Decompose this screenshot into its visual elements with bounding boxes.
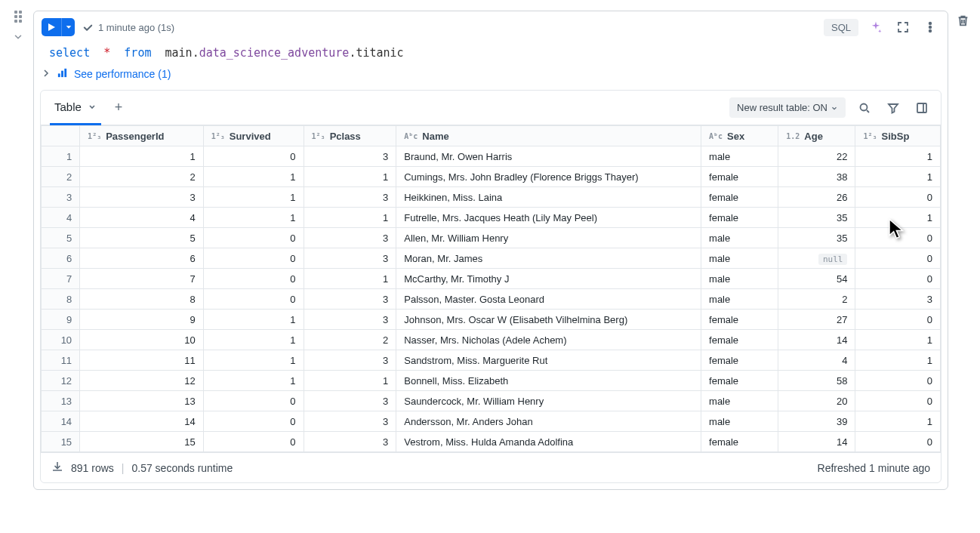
results-panel: Table + New result table: ON (40, 90, 941, 483)
row-count: 891 rows (71, 462, 114, 474)
performance-label: See performance (1) (74, 68, 171, 80)
table-row[interactable]: 1103Braund, Mr. Owen Harrismale221 (42, 146, 941, 167)
run-status: 1 minute ago (1s) (82, 22, 174, 33)
table-row[interactable]: 3313Heikkinen, Miss. Lainafemale260 (42, 187, 941, 208)
results-footer: 891 rows | 0.57 seconds runtime Refreshe… (41, 452, 941, 482)
refreshed-text: Refreshed 1 minute ago (818, 462, 930, 474)
column-header[interactable]: AᵇcSex (701, 126, 778, 146)
add-tab-button[interactable]: + (110, 100, 128, 116)
chevron-right-icon (42, 68, 51, 80)
table-row[interactable]: 7701McCarthy, Mr. Timothy Jmale540 (42, 269, 941, 289)
see-performance-link[interactable]: See performance (1) (34, 67, 948, 90)
table-row[interactable]: 131303Saundercock, Mr. William Henrymale… (42, 391, 941, 411)
result-table-toggle[interactable]: New result table: ON (729, 97, 846, 118)
column-header[interactable]: 1.2Age (778, 126, 855, 146)
panel-toggle-icon[interactable] (912, 98, 932, 118)
chevron-down-icon[interactable] (13, 32, 23, 45)
chevron-down-icon[interactable] (88, 100, 97, 113)
tab-table[interactable]: Table (50, 91, 101, 125)
download-icon[interactable] (51, 461, 63, 475)
results-table[interactable]: 1²₃PassengerId1²₃Survived1²₃PclassAᵇcNam… (41, 125, 941, 452)
sql-cell: 1 minute ago (1s) SQL select * from main… (33, 11, 948, 490)
drag-handle-icon[interactable] (14, 11, 22, 23)
play-icon (42, 18, 61, 36)
table-row[interactable]: 111113Sandstrom, Miss. Marguerite Rutfem… (42, 350, 941, 371)
svg-rect-5 (64, 69, 66, 77)
table-row[interactable]: 6603Moran, Mr. Jamesmalenull0 (42, 248, 941, 269)
table-row[interactable]: 101012Nasser, Mrs. Nicholas (Adele Achem… (42, 330, 941, 350)
delete-cell-icon[interactable] (953, 11, 972, 30)
results-tabs: Table + New result table: ON (41, 91, 941, 125)
svg-point-0 (929, 23, 932, 25)
table-row[interactable]: 5503Allen, Mr. William Henrymale350 (42, 228, 941, 248)
ai-assist-icon[interactable] (866, 17, 886, 37)
column-header[interactable]: 1²₃PassengerId (80, 126, 204, 146)
bar-chart-icon (57, 67, 68, 81)
status-text: 1 minute ago (1s) (98, 22, 174, 33)
table-row[interactable]: 2211Cumings, Mrs. John Bradley (Florence… (42, 167, 941, 187)
svg-point-6 (861, 103, 868, 110)
code-editor[interactable]: select * from main.data_science_adventur… (34, 43, 948, 67)
svg-rect-4 (61, 71, 63, 77)
table-row[interactable]: 4411Futrelle, Mrs. Jacques Heath (Lily M… (42, 208, 941, 228)
column-header[interactable]: 1²₃SibSp (855, 126, 941, 146)
svg-rect-7 (917, 103, 926, 112)
language-badge[interactable]: SQL (824, 19, 858, 36)
table-row[interactable]: 121211Bonnell, Miss. Elizabethfemale580 (42, 371, 941, 391)
run-button[interactable] (42, 18, 75, 36)
runtime-text: 0.57 seconds runtime (131, 462, 233, 474)
table-row[interactable]: 9913Johnson, Mrs. Oscar W (Elisabeth Vil… (42, 310, 941, 330)
svg-point-1 (929, 26, 932, 29)
column-header[interactable]: 1²₃Survived (203, 126, 304, 146)
table-row[interactable]: 8803Palsson, Master. Gosta Leonardmale23 (42, 289, 941, 310)
run-dropdown[interactable] (61, 18, 75, 36)
svg-rect-3 (58, 73, 60, 77)
filter-icon[interactable] (883, 98, 903, 118)
table-row[interactable]: 141403Andersson, Mr. Anders Johanmale391 (42, 411, 941, 432)
search-icon[interactable] (855, 98, 874, 118)
column-header[interactable]: 1²₃Pclass (304, 126, 396, 146)
table-row[interactable]: 151503Vestrom, Miss. Hulda Amanda Adolfi… (42, 432, 941, 452)
svg-point-2 (929, 30, 932, 32)
kebab-menu-icon[interactable] (920, 17, 940, 37)
column-header[interactable]: AᵇcName (396, 126, 701, 146)
cell-toolbar: 1 minute ago (1s) SQL (34, 11, 948, 43)
fullscreen-icon[interactable] (893, 17, 913, 37)
